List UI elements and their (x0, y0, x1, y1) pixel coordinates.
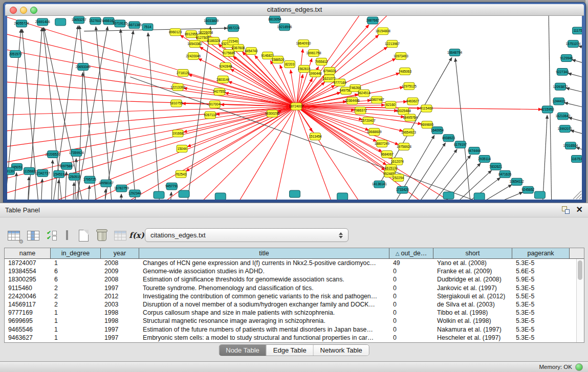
graph-node[interactable]: 2887682 (366, 17, 380, 24)
column-header-name[interactable]: name (5, 248, 51, 259)
graph-node[interactable]: 1250515 (68, 173, 81, 180)
graph-node[interactable]: 9699695 (421, 121, 434, 128)
column-header-in-degree[interactable]: in_degree (51, 248, 101, 259)
graph-node[interactable]: 917004 (209, 101, 221, 108)
graph-node[interactable]: 20206526 (46, 151, 60, 158)
graph-node[interactable] (154, 191, 164, 199)
vertical-scrollbar[interactable] (576, 259, 584, 342)
graph-node[interactable]: 21546 (228, 38, 238, 45)
graph-node[interactable]: 14136141 (372, 181, 387, 188)
table-row[interactable]: 1456911722003Disruption of a novel membe… (5, 300, 584, 309)
graph-node[interactable]: 82203 (284, 61, 295, 68)
graph-node[interactable]: 9242848 (219, 62, 232, 70)
float-panel-icon[interactable] (562, 206, 570, 214)
graph-node[interactable]: 18640910 (296, 40, 311, 47)
table-row[interactable]: 946554611997Estimation of the future num… (5, 325, 584, 334)
graph-node[interactable]: 10688609 (367, 128, 382, 136)
close-panel-icon[interactable]: ✕ (576, 205, 583, 215)
graph-node[interactable]: 16648794 (447, 49, 462, 56)
graph-node[interactable]: 7832621 (489, 163, 503, 170)
graph-node[interactable]: 10654112 (510, 178, 525, 185)
table-row[interactable]: 969969511998Structural magnetic resonanc… (5, 317, 584, 325)
network-graph[interactable]: 2405572420691406106532571527602646616210… (7, 16, 582, 200)
graph-node[interactable]: 9175685 (222, 50, 235, 57)
graph-node[interactable]: 2718120 (177, 69, 190, 76)
graph-node[interactable]: 15751074 (566, 40, 581, 48)
graph-node[interactable]: 1588520 (271, 56, 285, 63)
graph-node[interactable]: 19218596 (277, 24, 292, 31)
tab-edge-table[interactable]: Edge Table (267, 345, 314, 356)
graph-node[interactable]: 16782759 (114, 185, 129, 192)
column-header-short[interactable]: short (433, 248, 512, 259)
table-row[interactable]: 1830029562008Estimation of significance … (5, 275, 584, 283)
graph-node[interactable]: 19958167 (99, 180, 114, 187)
graph-node[interactable]: 20653346 (76, 63, 91, 70)
graph-node[interactable]: 3624514 (358, 90, 371, 97)
graph-node[interactable]: 9115460 (420, 105, 433, 112)
network-window-titlebar[interactable]: citations_edges.txt (5, 4, 584, 16)
graph-node[interactable]: 16210643 (555, 113, 570, 120)
tab-network-table[interactable]: Network Table (314, 345, 369, 356)
graph-node[interactable]: 1527602 (89, 17, 102, 25)
graph-node[interactable]: 11175 (572, 27, 582, 34)
graph-node[interactable]: 9245652 (521, 186, 535, 193)
function-builder-icon[interactable]: f(x) (129, 228, 144, 243)
graph-node[interactable] (337, 193, 348, 200)
graph-node[interactable]: 18724007 (289, 103, 304, 110)
column-header-out-de-[interactable]: △out_de… (389, 248, 433, 259)
graph-node[interactable]: 191668 (172, 130, 184, 137)
graph-node[interactable]: 18495764 (403, 114, 418, 121)
graph-node[interactable]: 15992071 (557, 125, 572, 133)
graph-node[interactable]: 9427552 (213, 88, 226, 95)
graph-node[interactable]: 16671385 (127, 21, 142, 29)
scrollbar-thumb[interactable] (578, 260, 582, 280)
new-column-icon[interactable] (76, 228, 91, 243)
graph-node[interactable]: 8454743 (245, 48, 258, 55)
graph-node[interactable]: 20364486 (345, 97, 360, 104)
graph-node[interactable]: 10719135 (113, 20, 127, 27)
graph-node[interactable]: 7955812 (315, 58, 328, 65)
column-header-year[interactable]: year (101, 248, 139, 259)
graph-node[interactable]: 12093872 (553, 83, 568, 90)
graph-node[interactable]: 16033809 (204, 17, 219, 25)
graph-node[interactable]: 16543362 (187, 40, 202, 48)
graph-node[interactable]: 10807487 (369, 96, 384, 103)
graph-node[interactable]: 1640954 (431, 127, 444, 134)
graph-node[interactable]: 154519 (53, 170, 64, 178)
graph-node[interactable]: 10025488 (396, 107, 411, 115)
window-resize-grip[interactable] (573, 191, 581, 199)
graph-node[interactable]: 1513454 (309, 133, 322, 140)
graph-node[interactable]: 6794028 (323, 67, 336, 74)
graph-node[interactable]: 20691406 (35, 18, 50, 26)
graph-node[interactable]: 9777169 (334, 79, 347, 86)
graph-node[interactable] (443, 192, 454, 199)
table-row[interactable]: 1938455462009Genome-wide association stu… (5, 267, 584, 275)
column-header-pagerank[interactable]: pagerank (512, 248, 570, 259)
graph-node[interactable]: 8471626 (498, 170, 512, 178)
table-row[interactable]: 946362711997Embryonic stem cells: a mode… (5, 334, 584, 342)
network-canvas[interactable]: 2405572420691406106532571527602646616210… (7, 16, 582, 200)
table-source-select[interactable]: citations_edges.txt (145, 228, 349, 242)
graph-node[interactable]: 15720407 (361, 117, 376, 124)
graph-node[interactable]: 39139 (7, 167, 15, 174)
delete-column-icon[interactable] (94, 228, 110, 243)
graph-node[interactable]: 17359924 (69, 149, 84, 157)
graph-node[interactable]: 6179197 (454, 141, 467, 148)
table-row[interactable]: 911546021997Tourette syndrome. Phenomeno… (5, 284, 584, 292)
graph-node[interactable]: 9463627 (406, 98, 420, 105)
graph-node[interactable]: 8813054 (268, 16, 281, 23)
graph-node[interactable]: 22420046 (186, 53, 201, 60)
table-settings-icon[interactable]: ⚙ (6, 228, 21, 243)
graph-node[interactable]: 8960123 (169, 29, 182, 36)
graph-node[interactable]: 7857224 (227, 25, 240, 32)
graph-node[interactable]: 17016504 (563, 142, 578, 149)
graph-node[interactable]: 19654923 (401, 129, 416, 136)
graph-node[interactable]: 90975887 (59, 162, 74, 169)
graph-node[interactable]: 1244419 (552, 98, 565, 105)
graph-node[interactable]: 16154808 (376, 28, 390, 35)
graph-node[interactable]: 10973493 (394, 53, 408, 60)
graph-node[interactable]: 24055724 (14, 20, 29, 27)
graph-node[interactable]: 8215953 (541, 106, 554, 113)
graph-node[interactable]: 1292344 (128, 190, 142, 197)
graph-node[interactable]: 62160 (385, 101, 396, 108)
